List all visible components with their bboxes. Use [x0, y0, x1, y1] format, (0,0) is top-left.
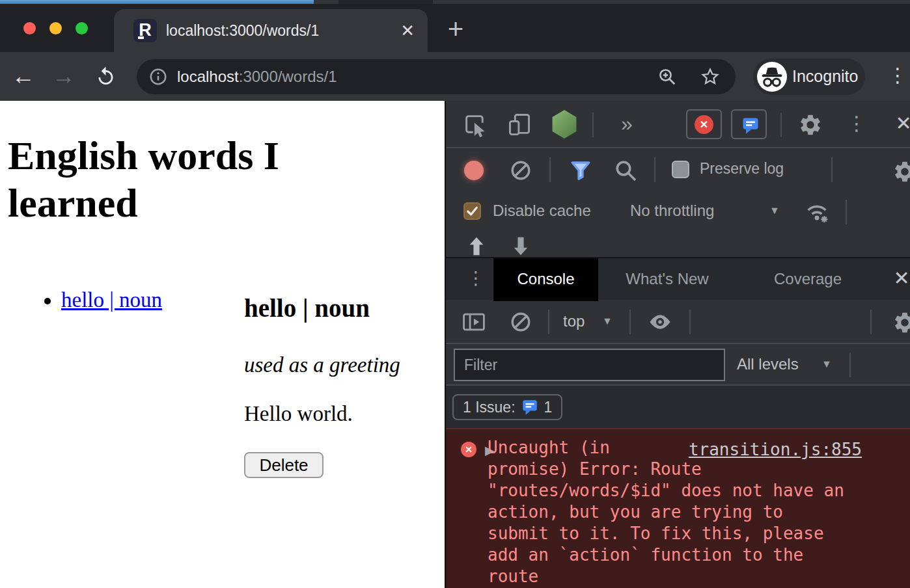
remix-favicon-bar [138, 36, 144, 39]
filter-funnel-icon[interactable] [569, 159, 592, 182]
error-badge-icon: ✕ [695, 115, 713, 134]
preserve-log-checkbox[interactable] [672, 161, 689, 178]
issues-label: 1 Issue: [463, 399, 516, 416]
tab-console[interactable]: Console [493, 258, 598, 301]
devtools-panel: » ✕ ⋮ ✕ [445, 101, 910, 588]
network-toolbar: Preserve log [446, 148, 910, 191]
tab-coverage[interactable]: Coverage [752, 258, 864, 301]
back-button[interactable]: ← [8, 52, 39, 101]
list-item: hello | noun [61, 288, 162, 312]
incognito-badge[interactable]: Incognito [753, 59, 865, 95]
issues-chat-icon [741, 116, 760, 135]
levels-dropdown-icon[interactable]: ▼ [817, 344, 836, 386]
network-conditions-row: Disable cache No throttling ▼ [446, 191, 910, 233]
separator [849, 353, 851, 377]
live-expression-eye-icon[interactable] [648, 311, 672, 333]
more-tabs-icon[interactable]: » [612, 101, 642, 148]
word-definition: used as a greeting [244, 353, 400, 377]
console-settings-gear-icon[interactable] [892, 310, 910, 335]
error-source-link[interactable]: transition.js:855 [689, 440, 862, 459]
forward-button[interactable]: → [48, 52, 79, 101]
reload-icon[interactable] [95, 66, 117, 87]
address-bar[interactable]: localhost:3000/words/1 [137, 59, 736, 94]
page-title: English words I learned [8, 132, 372, 227]
console-filter-input[interactable] [454, 349, 725, 381]
remix-favicon-icon: R [133, 19, 157, 42]
inspect-element-icon[interactable] [463, 113, 488, 137]
console-toolbar: top ▼ [446, 300, 910, 344]
separator [780, 113, 782, 137]
separator [549, 157, 551, 182]
incognito-icon [757, 62, 787, 92]
import-har-up-arrow-icon[interactable] [466, 235, 487, 257]
separator [870, 310, 872, 334]
error-message-text[interactable]: Uncaught (in promise) Error: Route "rout… [488, 437, 878, 587]
issues-count: 1 [544, 399, 553, 416]
separator [846, 200, 847, 224]
word-example: Hello world. [244, 402, 353, 426]
execution-context-select[interactable]: top [563, 300, 585, 344]
browser-tab[interactable]: R localhost:3000/words/1 ✕ [114, 9, 428, 52]
new-tab-button[interactable]: + [437, 9, 474, 52]
error-level-icon: ✕ [461, 442, 476, 457]
separator [831, 157, 833, 182]
error-count-badge[interactable]: ✕ [686, 109, 722, 139]
tab-bar: R localhost:3000/words/1 ✕ + [0, 4, 910, 52]
console-sidebar-toggle-icon[interactable] [462, 310, 486, 334]
issues-counter-button[interactable]: 1 Issue: 1 [452, 394, 562, 420]
tab-whats-new[interactable]: What's New [609, 258, 726, 301]
separator [629, 310, 631, 334]
close-window-button[interactable] [23, 22, 36, 34]
network-settings-gear-icon[interactable] [892, 159, 910, 184]
browser-menu-icon[interactable]: ⋮ [885, 52, 910, 101]
console-issues-row: 1 Issue: 1 [446, 386, 910, 428]
device-toolbar-icon[interactable] [507, 112, 532, 137]
drawer-close-icon[interactable]: ✕ [887, 258, 910, 301]
clear-network-icon[interactable] [510, 159, 532, 181]
browser-toolbar: ← → localhost:3000/words/1 Incognito [0, 52, 910, 101]
url-path: :3000/words/1 [239, 68, 337, 85]
word-title: hello | noun [244, 293, 370, 323]
separator [548, 310, 549, 334]
devtools-close-icon[interactable]: ✕ [889, 101, 910, 148]
separator [689, 310, 691, 334]
export-har-down-arrow-icon[interactable] [510, 235, 531, 257]
browser-window: R localhost:3000/words/1 ✕ + ← → localho… [0, 0, 910, 588]
issue-chat-icon [521, 398, 539, 416]
disable-cache-label: Disable cache [493, 191, 591, 233]
throttling-dropdown-icon[interactable]: ▼ [765, 191, 784, 233]
console-error-entry: ✕ ▶ Uncaught (in promise) Error: Route "… [446, 428, 910, 588]
tab-close-icon[interactable]: ✕ [400, 9, 415, 52]
url-text[interactable]: localhost:3000/words/1 [177, 59, 337, 94]
minimize-window-button[interactable] [49, 22, 62, 34]
site-info-icon[interactable] [148, 67, 168, 87]
clear-console-icon[interactable] [510, 311, 532, 333]
drawer-tab-bar: ⋮ Console What's New Coverage ✕ [446, 257, 910, 300]
drawer-overflow-icon[interactable]: ⋮ [462, 258, 490, 301]
page-content: English words I learned hello | noun hel… [0, 101, 445, 588]
page-zoom-icon[interactable] [657, 67, 677, 87]
issues-toolbar-badge[interactable] [731, 109, 767, 139]
word-list: hello | noun [9, 288, 162, 312]
search-icon[interactable] [614, 159, 637, 182]
node-js-icon[interactable] [551, 110, 577, 139]
record-network-log-button[interactable] [464, 161, 484, 180]
devtools-menu-icon[interactable]: ⋮ [842, 101, 872, 148]
fullscreen-window-button[interactable] [76, 22, 88, 34]
throttling-select[interactable]: No throttling [630, 191, 714, 233]
network-conditions-wifi-icon[interactable] [804, 200, 830, 225]
tab-title: localhost:3000/words/1 [166, 9, 319, 52]
context-dropdown-icon[interactable]: ▼ [598, 300, 617, 344]
disable-cache-checkbox[interactable] [463, 202, 481, 220]
separator [592, 113, 594, 137]
devtools-main-toolbar: » ✕ ⋮ ✕ [446, 101, 910, 148]
incognito-label: Incognito [792, 59, 858, 95]
delete-button[interactable]: Delete [244, 452, 324, 478]
word-link[interactable]: hello | noun [61, 288, 162, 312]
settings-gear-icon[interactable] [798, 113, 823, 137]
bookmark-star-icon[interactable] [700, 67, 720, 87]
preserve-log-label: Preserve log [700, 148, 784, 191]
url-host: localhost [177, 68, 239, 85]
log-levels-select[interactable]: All levels [737, 344, 799, 386]
har-buttons-row [446, 233, 910, 257]
